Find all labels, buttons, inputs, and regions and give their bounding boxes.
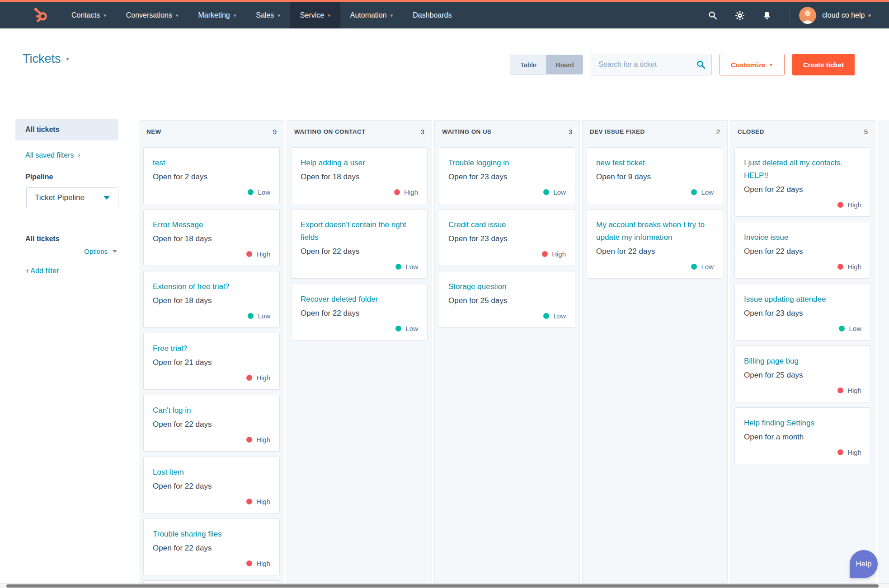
nav-item-automation[interactable]: Automation▾: [340, 2, 403, 28]
ticket-title-link[interactable]: Lost item: [153, 466, 270, 479]
ticket-title-link[interactable]: Billing page bug: [744, 355, 861, 368]
sidebar-item-all-tickets[interactable]: All tickets: [15, 119, 118, 140]
add-filter-button[interactable]: +Add filter: [25, 267, 118, 275]
priority-label: Low: [258, 312, 270, 320]
customize-button[interactable]: Customize ▼: [720, 54, 785, 75]
nav-item-service[interactable]: Service▾: [290, 2, 340, 28]
ticket-title-link[interactable]: Credit card issue: [448, 219, 566, 231]
ticket-card[interactable]: Error MessageOpen for 18 daysHigh: [143, 209, 280, 266]
ticket-card[interactable]: Lost itemOpen for 22 daysHigh: [143, 457, 280, 513]
scrollbar-thumb[interactable]: [6, 584, 879, 588]
priority-label: High: [256, 560, 270, 567]
hubspot-logo[interactable]: [33, 2, 49, 28]
column-header: WAITING ON CONTACT3: [287, 121, 432, 143]
notifications-bell-icon[interactable]: [762, 10, 772, 20]
ticket-card[interactable]: My account breaks when I try to update m…: [587, 209, 723, 279]
ticket-card[interactable]: Billing page bugOpen for 25 daysHigh: [734, 345, 871, 402]
ticket-title-link[interactable]: Free trial?: [153, 342, 270, 355]
ticket-card[interactable]: Can't log inOpen for 22 daysHigh: [143, 395, 280, 452]
ticket-title-link[interactable]: Help finding Settings: [744, 417, 861, 429]
ticket-title-link[interactable]: Can't log in: [153, 404, 270, 417]
options-dropdown[interactable]: Options: [15, 247, 118, 255]
ticket-card[interactable]: Help finding SettingsOpen for a monthHig…: [734, 407, 871, 464]
column-cards: testOpen for 2 daysLowError MessageOpen …: [139, 143, 284, 583]
search-icon[interactable]: [708, 10, 718, 20]
nav-item-sales[interactable]: Sales▾: [246, 2, 290, 28]
search-icon[interactable]: [696, 60, 706, 71]
ticket-title-link[interactable]: Issue updating attendee: [744, 293, 861, 306]
column-name: WAITING ON US: [442, 128, 491, 135]
ticket-card[interactable]: Trouble sharing filesOpen for 22 daysHig…: [143, 518, 280, 575]
ticket-title-link[interactable]: Trouble sharing files: [153, 528, 270, 541]
column-count: 3: [421, 128, 424, 135]
ticket-card[interactable]: Storage questionOpen for 25 daysLow: [439, 271, 575, 328]
settings-gear-icon[interactable]: [735, 10, 745, 20]
nav-item-marketing[interactable]: Marketing▾: [188, 2, 246, 28]
ticket-open-duration: Open for 23 days: [448, 232, 566, 246]
horizontal-scrollbar[interactable]: [0, 583, 889, 588]
priority-dot: [394, 189, 400, 195]
chevron-down-icon: ▾: [66, 56, 69, 62]
ticket-title-link[interactable]: new test ticket: [596, 157, 714, 169]
ticket-card[interactable]: Credit card issueOpen for 23 daysHigh: [439, 209, 575, 266]
chevron-down-icon: ▾: [868, 13, 871, 19]
plus-icon: +: [25, 267, 29, 275]
table-view-button[interactable]: Table: [510, 55, 546, 74]
priority-indicator: Low: [744, 324, 861, 333]
nav-right: cloud co help ▾: [699, 2, 889, 28]
ticket-card[interactable]: Export doesn't contain the right fieldsO…: [291, 209, 428, 279]
ticket-card[interactable]: Extension of free trial?Open for 18 days…: [143, 271, 280, 328]
ticket-title-link[interactable]: My account breaks when I try to update m…: [596, 219, 714, 244]
view-toggle: Table Board: [510, 55, 583, 75]
column-cards: I just deleted all my contacts. HELP!!Op…: [730, 143, 875, 468]
nav-item-contacts[interactable]: Contacts▾: [61, 2, 116, 28]
page-title-dropdown[interactable]: Tickets ▾: [23, 52, 69, 66]
ticket-card[interactable]: I just deleted all my contacts. HELP!!Op…: [734, 147, 871, 217]
main-nav: Contacts▾Conversations▾Marketing▾Sales▾S…: [0, 2, 889, 28]
account-menu[interactable]: cloud co help ▾: [799, 7, 871, 24]
ticket-card[interactable]: Trouble logging inOpen for 23 daysLow: [439, 147, 575, 204]
ticket-title-link[interactable]: Extension of free trial?: [153, 280, 270, 293]
pipeline-select[interactable]: Ticket Pipeline: [26, 187, 118, 208]
ticket-title-link[interactable]: Error Message: [153, 219, 270, 231]
ticket-open-duration: Open for 18 days: [153, 294, 270, 308]
ticket-card[interactable]: Free trial?Open for 21 daysHigh: [143, 333, 280, 390]
priority-dot: [543, 189, 549, 195]
ticket-title-link[interactable]: Storage question: [448, 280, 566, 293]
ticket-card[interactable]: Recover deleted folderOpen for 22 daysLo…: [291, 284, 428, 341]
nav-item-conversations[interactable]: Conversations▾: [116, 2, 188, 28]
ticket-title-link[interactable]: Export doesn't contain the right fields: [301, 219, 418, 244]
ticket-title-link[interactable]: Recover deleted folder: [301, 293, 418, 306]
column-count: 2: [716, 128, 720, 135]
ticket-card[interactable]: Issue updating attendeeOpen for 23 daysL…: [734, 284, 871, 341]
ticket-search-input[interactable]: [591, 54, 712, 75]
ticket-card[interactable]: Help adding a userOpen for 18 daysHigh: [291, 147, 428, 204]
ticket-title-link[interactable]: Help adding a user: [301, 157, 418, 169]
priority-indicator: High: [153, 559, 270, 568]
ticket-title-link[interactable]: I just deleted all my contacts. HELP!!: [744, 157, 861, 182]
priority-label: Low: [701, 263, 714, 271]
ticket-card[interactable]: testOpen for 2 daysLow: [143, 147, 280, 204]
priority-dot: [839, 326, 845, 331]
column-name: WAITING ON CONTACT: [294, 128, 366, 135]
ticket-open-duration: Open for 22 days: [301, 307, 418, 320]
ticket-title-link[interactable]: test: [153, 157, 270, 169]
ticket-open-duration: Open for 22 days: [596, 245, 714, 258]
priority-indicator: Low: [153, 311, 270, 320]
ticket-card-partial[interactable]: [143, 580, 280, 583]
ticket-card[interactable]: new test ticketOpen for 9 daysLow: [587, 147, 723, 204]
ticket-card[interactable]: Invoice issueOpen for 22 daysHigh: [734, 222, 871, 279]
priority-dot: [246, 499, 252, 504]
column-cards: Help adding a userOpen for 18 daysHighEx…: [287, 143, 432, 345]
ticket-open-duration: Open for 22 days: [301, 245, 418, 258]
priority-label: Low: [849, 325, 861, 332]
all-saved-filters-link[interactable]: All saved filters ›: [25, 151, 80, 159]
create-ticket-button[interactable]: Create ticket: [792, 54, 855, 75]
filter-group-title: All tickets: [25, 235, 118, 243]
board-view-button[interactable]: Board: [546, 55, 583, 74]
nav-item-dashboards[interactable]: Dashboards: [403, 2, 461, 28]
help-button[interactable]: Help: [850, 550, 878, 578]
ticket-title-link[interactable]: Invoice issue: [744, 231, 861, 244]
ticket-title-link[interactable]: Trouble logging in: [448, 157, 566, 169]
board-column-partial: [878, 120, 889, 583]
